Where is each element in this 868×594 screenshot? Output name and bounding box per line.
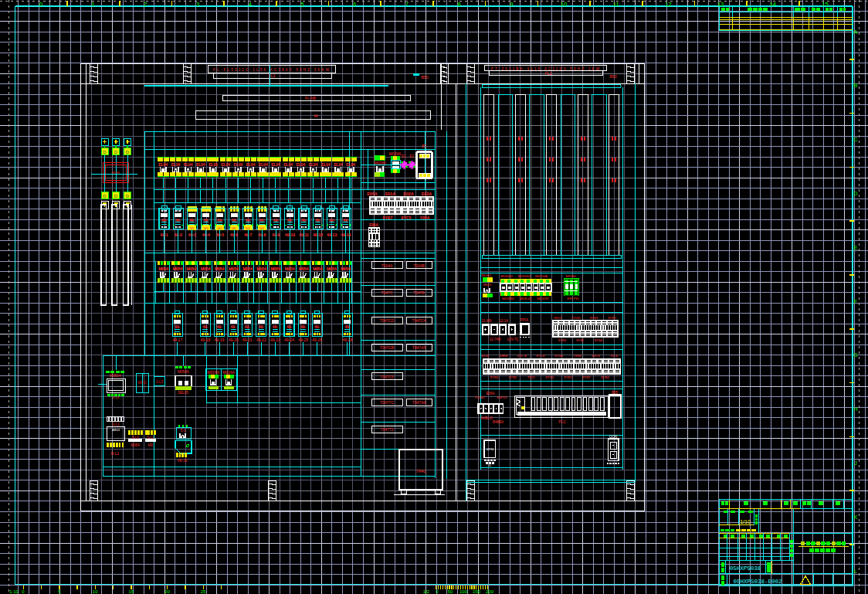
svg-text:E02A: E02A: [403, 192, 414, 196]
svg-text:49-20: 49-20: [229, 338, 239, 342]
svg-text:49-19: 49-19: [215, 338, 225, 342]
svg-text:FL2: FL2: [545, 71, 552, 76]
svg-text:EFLPW: EFLPW: [568, 297, 580, 300]
svg-text:TR11: TR11: [527, 375, 536, 379]
svg-text:49-J6: 49-J6: [178, 458, 188, 463]
svg-text:E06A: E06A: [369, 223, 378, 227]
svg-text:W: W: [314, 114, 318, 118]
svg-text:AB04: AB04: [112, 428, 120, 432]
svg-text:B: B: [854, 83, 858, 88]
svg-text:T047TC: T047TC: [380, 400, 394, 405]
svg-text:FL-FL5011C-1L56 AC380V 50HZ 30: FL-FL5011C-1L56 AC380V 50HZ 30KW: [213, 68, 330, 72]
svg-text:0: 0: [39, 1, 42, 8]
svg-text:MFM: MFM: [487, 447, 494, 451]
svg-text:17034: 17034: [571, 316, 581, 320]
svg-text:8YB4: 8YB4: [545, 375, 554, 379]
svg-text:2-L1: 2-L1: [112, 423, 120, 426]
svg-text:FL-NB: FL-NB: [305, 97, 316, 100]
svg-text:D: D: [103, 194, 107, 199]
svg-text:8YB4: 8YB4: [490, 375, 499, 379]
svg-text:M030B2: M030B2: [500, 274, 514, 278]
svg-text:E06A: E06A: [486, 392, 494, 395]
svg-text:E01A: E01A: [385, 192, 396, 196]
svg-text:B4P05: B4P05: [497, 395, 508, 399]
svg-text:10: 10: [93, 589, 98, 594]
svg-text:200: 200: [486, 589, 494, 594]
svg-text:PLC: PLC: [558, 419, 566, 424]
svg-text:T047T2: T047T2: [380, 427, 393, 432]
svg-text:8YB2: 8YB2: [564, 375, 572, 379]
svg-text:9: 9: [510, 1, 513, 8]
svg-text:M0461: M0461: [481, 273, 492, 277]
svg-text:8YB7: 8YB7: [383, 216, 393, 220]
svg-text:T047C5: T047C5: [380, 375, 394, 379]
svg-text:50: 50: [448, 589, 453, 594]
svg-text:T047CB: T047CB: [380, 345, 395, 350]
svg-text:F: F: [854, 299, 857, 304]
svg-text:M024A: M024A: [207, 371, 219, 375]
svg-text:8YB3: 8YB3: [590, 316, 598, 320]
svg-text:100: 100: [459, 589, 468, 594]
svg-text:T047C: T047C: [381, 290, 392, 295]
svg-text:B50: B50: [421, 75, 428, 80]
svg-text:SEL05: SEL05: [178, 391, 188, 395]
svg-text:8: 8: [458, 1, 461, 8]
svg-text:M03187: M03187: [537, 297, 549, 300]
svg-text:K: K: [854, 514, 858, 520]
svg-text:H: H: [853, 406, 857, 412]
svg-text:8YB2: 8YB2: [608, 316, 616, 320]
svg-text:T004B: T004B: [413, 263, 425, 268]
svg-text:7: 7: [405, 1, 409, 8]
svg-text:150: 150: [473, 589, 481, 594]
svg-text:49-24: 49-24: [284, 338, 294, 342]
svg-text:8YL-B: 8YL-B: [517, 354, 527, 358]
svg-text:11: 11: [613, 1, 619, 8]
svg-text:M032B2: M032B2: [502, 297, 515, 300]
svg-text:49-21: 49-21: [242, 338, 253, 342]
svg-text:P04B2: P04B2: [475, 395, 486, 399]
svg-text:8YC5: 8YC5: [402, 216, 412, 220]
svg-text:6: 6: [353, 1, 356, 8]
svg-text:D: D: [103, 150, 107, 154]
svg-text:49-26: 49-26: [312, 338, 322, 342]
svg-text:5-1: 5-1: [181, 429, 186, 433]
svg-text:4-L4: 4-L4: [113, 395, 120, 399]
svg-text:T047CD: T047CD: [380, 318, 395, 323]
svg-text:49-18: 49-18: [201, 338, 211, 342]
svg-text:84C8: 84C8: [592, 354, 600, 358]
svg-text:12-14: 12-14: [499, 319, 508, 323]
svg-text:B4BEh: B4BEh: [493, 420, 504, 424]
svg-text:8Y-B: 8Y-B: [611, 354, 618, 358]
svg-text:49-28: 49-28: [342, 338, 352, 342]
svg-text:D: D: [114, 150, 118, 154]
svg-text:12: 12: [665, 1, 671, 8]
svg-text:11-M9: 11-M9: [482, 319, 492, 323]
svg-text:8YB0: 8YB0: [558, 338, 567, 342]
svg-text:A: A: [854, 29, 858, 35]
svg-text:1/10: 1/10: [740, 519, 751, 524]
svg-text:4: 4: [249, 1, 252, 8]
svg-text:25: 25: [201, 589, 206, 594]
svg-text:E: E: [854, 245, 858, 250]
svg-text:AMELO: AMELO: [480, 416, 493, 420]
svg-text:8058: 8058: [481, 354, 489, 358]
svg-text:J: J: [854, 460, 857, 466]
svg-text:05HXP5038: 05HXP5038: [730, 565, 761, 572]
svg-text:8Y4B: 8Y4B: [554, 354, 563, 358]
svg-text:49-25: 49-25: [298, 338, 308, 342]
svg-text:C: C: [853, 137, 857, 142]
svg-text:PPIA: PPIA: [520, 318, 528, 322]
svg-text:5: 5: [300, 1, 303, 8]
svg-text:M02WL: M02WL: [389, 152, 402, 156]
svg-text:8YB2: 8YB2: [509, 375, 517, 379]
svg-text:2-L3: 2-L3: [156, 380, 164, 384]
svg-text:-LL: -LL: [487, 464, 491, 467]
svg-text:B-L1: B-L1: [111, 451, 120, 456]
svg-text:M024A: M024A: [222, 371, 235, 375]
svg-text:E2: E2: [409, 154, 414, 158]
svg-text:EF-D: EF-D: [138, 381, 147, 385]
svg-text:2: 2: [144, 1, 147, 8]
svg-text:D: D: [126, 150, 130, 154]
svg-text:10: 10: [561, 1, 567, 8]
svg-text:05HXP5038-E002: 05HXP5038-E002: [733, 579, 782, 585]
